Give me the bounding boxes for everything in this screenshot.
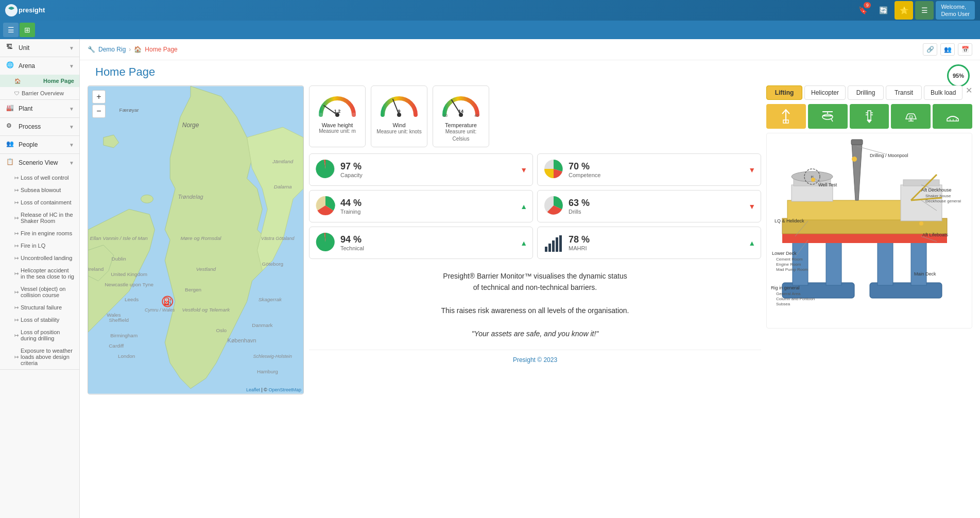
sidebar-section-process: ⚙ Process ▼ [0,118,79,136]
sidebar-item-release-hc[interactable]: ↦ Release of HC in the Shaker Room [0,209,79,227]
stat-drills-value: 63 % [569,198,744,209]
info-quote: "Your assets are safe, and you know it!" [309,328,761,339]
sidebar-item-loss-position[interactable]: ↦ Loss of position during drilling [0,326,79,344]
act-icon-bulk-load[interactable] [933,104,972,129]
rig-diagram: H [766,133,972,329]
svg-text:Cardiff: Cardiff [109,343,124,349]
sidebar-item-vessel-collision[interactable]: ↦ Vessel (object) on collision course [0,283,79,301]
grid-btn[interactable]: ⊞ [20,23,35,37]
stat-capacity-value: 97 % [340,161,516,172]
svg-text:Vestfold og Telemark: Vestfold og Telemark [182,307,231,313]
svg-rect-53 [552,240,555,252]
tab-transit[interactable]: Transit [886,85,922,100]
toolbar: ☰ ⊞ [0,21,980,39]
sidebar-item-people[interactable]: 👥 People ▼ [0,136,79,153]
calendar-tool-btn[interactable]: 📅 [958,43,972,56]
svg-text:9: 9 [398,109,400,114]
close-panel-btn[interactable]: ✕ [966,85,972,95]
activity-icons [766,104,972,129]
sidebar-item-loss-well-control[interactable]: ↦ Loss of well control [0,171,79,184]
people-icon: 👥 [6,140,15,149]
breadcrumb-rig-icon: 🔧 [88,46,95,53]
sidebar-item-scenario-view[interactable]: 📋 Scenerio View ▼ [0,154,79,171]
sidebar-section-plant: 🏭 Plant ▼ [0,100,79,118]
act-icon-lifting[interactable] [766,104,806,129]
sidebar-item-exposure-weather[interactable]: ↦ Exposure to weather loads above design… [0,344,79,369]
sidebar: 🏗 Unit ▼ 🌐 Arena ▼ 🏠 Home Page 🛡 Barrie [0,39,80,518]
rig-label-aft-lifeboats: Aft Lifeboats [922,232,948,237]
svg-text:presight: presight [19,6,45,14]
stat-technical-label: Technical [340,245,516,251]
stat-technical: 94 % Technical ▲ [309,227,533,259]
svg-rect-78 [826,241,841,285]
notification-badge: 9 [864,2,871,8]
breadcrumb-page: 🏠 [134,46,142,53]
svg-text:Leeds: Leeds [125,297,139,302]
act-icon-helicopter[interactable] [808,104,848,129]
info-text-block: Presight® Barrier Monitor™ visualises th… [309,265,761,344]
sidebar-item-barrier-overview[interactable]: 🛡 Barrier Overview [0,87,79,99]
sidebar-item-fire-lq[interactable]: ↦ Fire in LQ [0,239,79,252]
sidebar-item-loss-stability[interactable]: ↦ Loss of stability [0,314,79,326]
svg-point-103 [852,157,857,162]
svg-text:Ireland: Ireland [88,266,104,272]
sidebar-section-people: 👥 People ▼ [0,136,79,154]
stat-training: 44 % Training ▲ [309,190,533,222]
svg-rect-55 [559,235,562,252]
scenario-chevron: ▼ [69,160,74,166]
page-title: Home Page [88,60,972,83]
breadcrumb-rig[interactable]: Demo Rig [98,46,126,53]
svg-rect-79 [878,241,893,285]
user-menu[interactable]: Welcome, Demo User [936,1,975,20]
stat-training-value: 44 % [340,198,516,209]
svg-rect-80 [911,241,926,285]
link-tool-btn[interactable]: 🔗 [923,43,937,56]
sidebar-item-loss-containment[interactable]: ↦ Loss of containment [0,196,79,209]
tab-drilling[interactable]: Drilling [848,85,884,100]
gauge-temp: 14 -20 40 Temperature Measure unit: Cels… [433,85,489,147]
map-zoom-out[interactable]: − [92,105,106,118]
rig-label-lower-deck: Lower Deck [772,251,797,256]
users-tool-btn[interactable]: 👥 [940,43,955,56]
breadcrumb-tools: 🔗 👥 📅 [923,43,972,56]
act-icon-transit[interactable] [891,104,931,129]
sidebar-item-unit[interactable]: 🏗 Unit ▼ [0,39,79,57]
svg-text:40: 40 [474,114,478,117]
breadcrumb-page-label: Home Page [145,46,177,53]
map-zoom-in[interactable]: + [92,90,106,103]
svg-rect-52 [548,244,551,252]
sidebar-item-arena[interactable]: 🌐 Arena ▼ [0,57,79,75]
tab-bulk-load[interactable]: Bulk load [924,85,962,100]
stat-drills-arrow: ▼ [748,202,755,211]
svg-text:Danmark: Danmark [252,322,272,328]
refresh-icon[interactable]: 🔄 [874,1,892,20]
tab-lifting[interactable]: Lifting [766,85,802,100]
sidebar-item-plant[interactable]: 🏭 Plant ▼ [0,100,79,117]
sidebar-item-process[interactable]: ⚙ Process ▼ [0,118,79,135]
menu-icon[interactable]: ☰ [915,1,934,20]
tab-helicopter[interactable]: Helicopter [804,85,846,100]
stat-competence-label: Competence [569,172,744,178]
star-icon[interactable]: ⭐ [895,1,913,20]
sidebar-item-subsea-blowout[interactable]: ↦ Subsea blowout [0,184,79,196]
map-attribution: Leaflet | © OpenStreetMap [246,387,301,392]
percent-badge: 95% [947,64,970,87]
sidebar-item-fire-engine[interactable]: ↦ Fire in engine rooms [0,227,79,239]
bookmarks-icon[interactable]: 🔖 9 [853,1,872,20]
hamburger-btn[interactable]: ☰ [3,23,19,37]
sidebar-item-helicopter-accident[interactable]: ↦ Helicopter accident in the sea close t… [0,264,79,283]
plant-icon: 🏭 [6,104,15,113]
sidebar-item-home-page[interactable]: 🏠 Home Page [0,75,79,87]
breadcrumb: 🔧 Demo Rig › 🏠 Home Page 🔗 👥 📅 [80,39,980,60]
gauge-temp-subtitle: Measure unit: Celsius [437,128,485,143]
svg-text:United Kingdom: United Kingdom [111,271,147,277]
act-icon-drilling[interactable] [850,104,889,129]
middle-column: 1.2 Wave height Measure unit: m 9 [309,85,761,394]
arena-chevron: ▼ [69,63,74,69]
sidebar-item-uncontrolled-landing[interactable]: ↦ Uncontrolled landing [0,252,79,264]
svg-point-105 [919,221,923,226]
svg-marker-91 [852,144,862,200]
sidebar-item-structural-failure[interactable]: ↦ Structural failure [0,301,79,314]
gauge-wind-subtitle: Measure unit: knots [375,128,423,135]
process-icon: ⚙ [6,122,15,131]
